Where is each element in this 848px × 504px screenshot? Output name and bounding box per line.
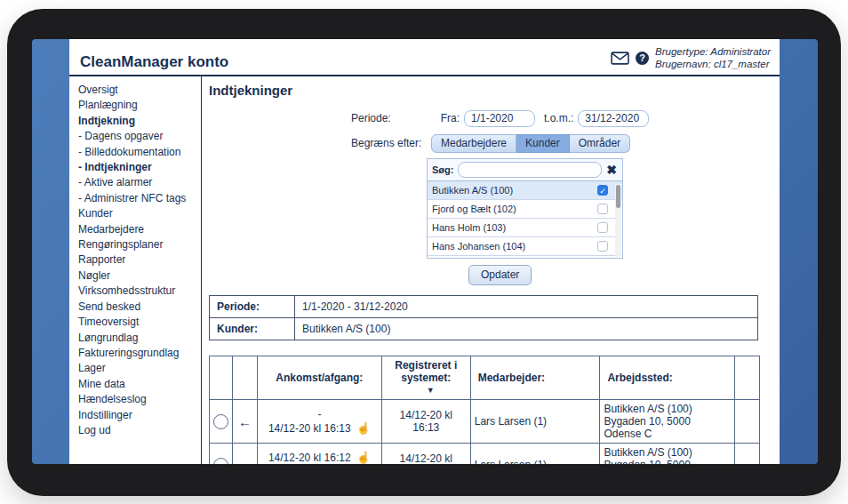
app-header: CleanManager konto ? Brugertype: Adminis… — [69, 39, 780, 76]
period-filter-row: Periode: Fra: t.o.m.: — [209, 108, 772, 128]
customer-label: Hans Johansen (104) — [432, 241, 525, 252]
user-info: Brugertype: Administrator Brugernavn: cl… — [655, 46, 771, 70]
column-header-label: Registreret i systemet: — [391, 359, 460, 384]
customer-list-item[interactable]: Fjord og Bælt (102) — [428, 200, 622, 219]
sidebar-item[interactable]: Faktureringsgrundlag — [78, 346, 201, 361]
summary-table: Periode:1/1-2020 - 31/12-2020Kunder:Buti… — [209, 295, 758, 340]
search-input[interactable] — [458, 162, 602, 178]
tablet-frame: CleanManager konto ? Brugertype: Adminis… — [7, 9, 841, 496]
summary-row: Periode:1/1-2020 - 31/12-2020 — [210, 296, 758, 318]
ankomst-time: 14/12-20 kl 16:12 — [268, 452, 351, 464]
sidebar-item[interactable]: Medarbejdere — [78, 222, 201, 237]
sidebar-item[interactable]: Kunder — [78, 206, 201, 221]
app-title: CleanManager konto — [80, 53, 228, 71]
sort-desc-icon[interactable]: ▼ — [427, 386, 435, 395]
sidebar-item[interactable]: - Billeddokumentation — [78, 145, 201, 160]
employee-name: Lars Larsen (1) — [470, 400, 600, 444]
close-icon[interactable]: ✖ — [602, 164, 620, 176]
sidebar-item[interactable]: Lager — [78, 361, 201, 376]
sidebar-item[interactable]: Log ud — [78, 423, 201, 438]
periode-label: Periode: — [351, 112, 431, 124]
envelope-icon[interactable] — [611, 52, 629, 65]
checkins-table: Ankomst/afgang:Registreret i systemet:▼M… — [209, 356, 760, 464]
row-select-radio[interactable] — [213, 414, 228, 429]
summary-value: 1/1-2020 - 31/12-2020 — [295, 296, 758, 318]
table-row[interactable]: ←-14/12-20 kl 16:13☝14/12-20 kl 16:13Lar… — [210, 400, 760, 444]
date-from-input[interactable] — [464, 110, 535, 127]
row-end-cell — [735, 400, 760, 444]
summary-table-body: Periode:1/1-2020 - 31/12-2020Kunder:Buti… — [210, 296, 758, 340]
sidebar-item[interactable]: Indstillinger — [78, 408, 201, 423]
column-header[interactable]: Ankomst/afgang: — [257, 356, 381, 400]
sidebar-item[interactable]: Planlægning — [78, 98, 201, 113]
customer-list-item[interactable]: Hans Johansen (104) — [428, 237, 622, 256]
checkins-table-header-row: Ankomst/afgang:Registreret i systemet:▼M… — [210, 356, 760, 400]
sidebar-item[interactable]: Virksomhedsstruktur — [78, 284, 201, 299]
worksite-line: Butikken A/S (100) — [604, 403, 731, 415]
summary-row: Kunder:Butikken A/S (100) — [210, 318, 758, 340]
fra-label: Fra: — [431, 112, 460, 124]
scrollbar-thumb[interactable] — [616, 185, 620, 208]
column-header[interactable]: Arbejdssted: — [600, 356, 735, 400]
column-header — [735, 356, 760, 400]
checkins-table-body: ←-14/12-20 kl 16:13☝14/12-20 kl 16:13Lar… — [210, 400, 760, 465]
sidebar-item[interactable]: Send besked — [78, 300, 201, 315]
row-end-cell — [735, 444, 760, 465]
filter-tab-kunder[interactable]: Kunder — [516, 134, 570, 153]
customer-checkbox[interactable] — [597, 204, 608, 214]
customer-list-item[interactable]: Butikken A/S (100)✓ — [428, 181, 622, 200]
filter-tab-medarbejdere[interactable]: Medarbejdere — [431, 134, 516, 153]
worksite-line: Bygaden 10, 5000 Odense C — [604, 459, 731, 464]
customer-checkbox[interactable] — [597, 241, 608, 252]
sidebar-item[interactable]: Indtjekning — [78, 114, 201, 129]
column-header[interactable]: Registreret i systemet:▼ — [381, 356, 470, 400]
opdater-button[interactable]: Opdater — [468, 265, 532, 285]
customer-checkbox[interactable] — [597, 222, 608, 233]
customer-checkbox[interactable]: ✓ — [597, 185, 608, 196]
begraens-label: Begræns efter: — [351, 137, 431, 149]
worksite-line: Bygaden 10, 5000 Odense C — [604, 415, 731, 440]
customer-list-item[interactable]: Hans Holm (103) — [428, 219, 622, 237]
customer-search-panel: Søg: ✖ Butikken A/S (100)✓Fjord og Bælt … — [427, 158, 623, 259]
customer-list: Butikken A/S (100)✓Fjord og Bælt (102)Ha… — [428, 181, 622, 256]
sidebar-item[interactable]: Nøgler — [78, 268, 201, 284]
row-select-radio[interactable] — [213, 458, 228, 465]
sidebar-item[interactable]: Oversigt — [78, 83, 201, 98]
search-row: Søg: ✖ — [428, 159, 622, 181]
sidebar-item[interactable]: Rengøringsplaner — [78, 237, 201, 252]
registered-time: 14/12-20 kl 16:13 — [381, 400, 470, 444]
sidebar-item[interactable]: Mine data — [78, 377, 201, 392]
sidebar-item[interactable]: - Dagens opgaver — [78, 129, 201, 144]
customer-label: Butikken A/S (100) — [432, 185, 513, 196]
arrow-right-icon: → — [236, 458, 253, 465]
tablet-screen: CleanManager konto ? Brugertype: Adminis… — [32, 39, 818, 464]
help-icon[interactable]: ? — [636, 52, 649, 65]
tom-label: t.o.m.: — [544, 112, 573, 124]
sidebar-item[interactable]: Rapporter — [78, 252, 201, 268]
sidebar-item[interactable]: Hændelseslog — [78, 392, 201, 407]
filter-tab-områder[interactable]: Områder — [570, 134, 630, 153]
date-to-input[interactable] — [578, 110, 649, 127]
sidebar-item[interactable]: - Aktive alarmer — [78, 175, 201, 190]
column-header[interactable]: Medarbejder: — [470, 356, 600, 400]
list-scrollbar[interactable] — [615, 184, 621, 257]
sidebar-item[interactable]: - Administrer NFC tags — [78, 191, 201, 206]
pointer-hand-icon[interactable]: ☝ — [356, 451, 371, 464]
search-label: Søg: — [432, 164, 453, 175]
sidebar-item[interactable]: Løngrundlag — [78, 331, 201, 346]
column-header — [233, 356, 258, 400]
pointer-hand-icon[interactable]: ☝ — [356, 421, 371, 435]
sidebar-item[interactable]: Timeoversigt — [78, 315, 201, 330]
registered-time: 14/12-20 kl 16:12 — [381, 444, 470, 465]
table-row[interactable]: →14/12-20 kl 16:12☝-14/12-20 kl 16:12Lar… — [210, 444, 760, 465]
worksite: Butikken A/S (100)Bygaden 10, 5000 Odens… — [600, 444, 735, 465]
ankomst-line: 14/12-20 kl 16:13☝ — [261, 421, 378, 436]
customer-label: Fjord og Bælt (102) — [432, 204, 516, 214]
limit-filter-row: Begræns efter: MedarbejdereKunderOmråder — [209, 133, 772, 153]
customer-label: Hans Holm (103) — [432, 222, 506, 233]
ankomst-time: - — [317, 408, 321, 420]
column-header — [210, 356, 233, 400]
filter-tabset: MedarbejdereKunderOmråder — [431, 134, 630, 153]
user-name: Brugernavn: cl17_master — [655, 59, 771, 71]
sidebar-item[interactable]: - Indtjekninger — [78, 160, 201, 175]
